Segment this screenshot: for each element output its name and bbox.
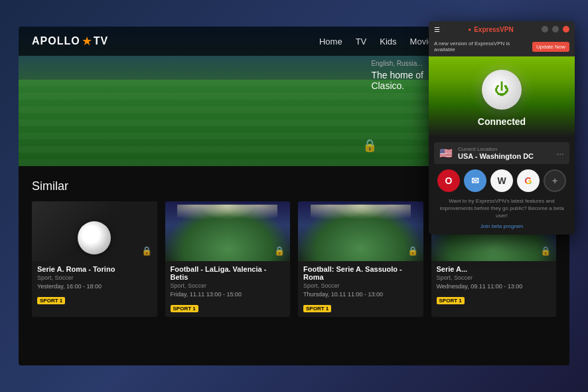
shortcut-opera[interactable]: O [437,169,460,192]
card-title-4: Serie A... [437,265,551,273]
nav-home[interactable]: Home [319,37,342,47]
apollo-star-icon: ★ [82,34,92,49]
card-badge-1: SPORT 1 [37,297,65,304]
hero-title: The home ofClasico. [371,70,423,91]
card-title-2: Football - LaLiga. Valencia - Betis [171,265,285,281]
nav-tv[interactable]: TV [356,37,367,47]
vpn-shortcuts: O ✉ W G + [434,169,569,192]
card-info-1: Serie A. Roma - Torino Sport, Soccer Yes… [32,261,157,309]
minimize-button[interactable] [542,26,548,33]
maximize-button[interactable] [552,26,559,33]
card-3[interactable]: 🔒 Football: Serie A. Sassuolo - Roma Spo… [298,201,423,317]
card-image-1: 🔒 [32,201,157,261]
card-image-3: 🔒 [298,201,423,261]
google-g-icon: G [525,175,532,186]
vpn-beta-text: Want to try ExpressVPN's latest features… [434,197,569,220]
shortcut-mail[interactable]: ✉ [464,169,486,192]
card-category-4: Sport, Soccer [437,274,551,281]
shortcut-wikipedia[interactable]: W [490,169,513,192]
shortcut-add[interactable]: + [544,169,566,192]
stadium-image-3 [298,201,423,261]
card-time-2: Friday, 11.11 13:00 - 15:00 [171,291,285,298]
card-title-1: Serie A. Roma - Torino [37,265,152,273]
stadium-image-2 [165,201,291,261]
card-title-3: Football: Serie A. Sassuolo - Roma [303,265,418,281]
card-category-2: Sport, Soccer [171,282,285,289]
card-category-1: Sport, Soccer [37,274,152,281]
apollo-tv-text: TV [94,35,108,47]
hamburger-icon[interactable]: ☰ [434,26,440,33]
nav-kids[interactable]: Kids [380,37,396,47]
card-time-1: Yesterday, 16:00 - 18:00 [37,283,152,290]
card-1[interactable]: 🔒 Serie A. Roma - Torino Sport, Soccer Y… [32,201,157,317]
apollo-logo: APOLLO ★ TV [32,34,108,49]
expressvpn-window: ☰ ● ExpressVPN A new version of ExpressV… [429,21,575,235]
shortcut-google[interactable]: G [517,169,540,192]
vpn-titlebar: ☰ ● ExpressVPN [429,21,575,37]
card-badge-2: SPORT 1 [171,305,198,312]
vpn-window-controls [542,26,569,33]
card-badge-3: SPORT 1 [303,305,331,312]
soccer-ball-icon [78,221,111,254]
vpn-title: ● ExpressVPN [468,26,513,33]
card-2[interactable]: 🔒 Football - LaLiga. Valencia - Betis Sp… [165,201,291,317]
vpn-power-button[interactable]: ⏻ [482,70,522,110]
hero-lock-icon: 🔒 [362,138,377,153]
vpn-bottom: 🇺🇸 Current Location USA - Washington DC … [429,137,575,235]
card-image-2: 🔒 [165,201,291,261]
vpn-more-button[interactable]: ··· [556,148,564,159]
vpn-location-label: Current Location [458,146,556,152]
vpn-location[interactable]: 🇺🇸 Current Location USA - Washington DC … [434,142,569,164]
card-info-4: Serie A... Sport, Soccer Wednesday, 09.1… [431,261,557,309]
vpn-beta-link[interactable]: Join beta program [434,223,569,229]
card-info-3: Football: Serie A. Sassuolo - Roma Sport… [298,261,423,317]
vpn-location-name: USA - Washington DC [458,152,556,160]
hero-subtitle: English, Russia... [371,60,423,67]
apollo-logo-text: APOLLO [32,35,80,47]
vpn-main-area: ⏻ Connected [429,56,575,137]
card-badge-4: SPORT 1 [437,297,465,304]
card-time-3: Thursday, 10.11 11:00 - 13:00 [303,291,418,298]
card-category-3: Sport, Soccer [303,282,418,289]
power-icon: ⏻ [494,81,509,98]
vpn-update-bar: A new version of ExpressVPN is available… [429,37,575,56]
card-time-4: Wednesday, 09.11 11:00 - 13:00 [437,283,551,290]
close-button[interactable] [563,26,569,33]
card-lock-1: 🔒 [141,246,152,256]
card-info-2: Football - LaLiga. Valencia - Betis Spor… [165,261,291,317]
card-lock-2: 🔒 [274,246,285,256]
vpn-update-button[interactable]: Update Now [532,42,569,52]
card-lock-3: 🔒 [407,246,418,256]
vpn-update-text: A new version of ExpressVPN is available [434,41,528,52]
hero-content: English, Russia... The home ofClasico. [371,60,423,91]
card-lock-4: 🔒 [540,246,551,256]
vpn-connected-status: Connected [478,116,526,127]
vpn-location-info: Current Location USA - Washington DC [458,146,556,160]
us-flag-icon: 🇺🇸 [439,147,453,159]
